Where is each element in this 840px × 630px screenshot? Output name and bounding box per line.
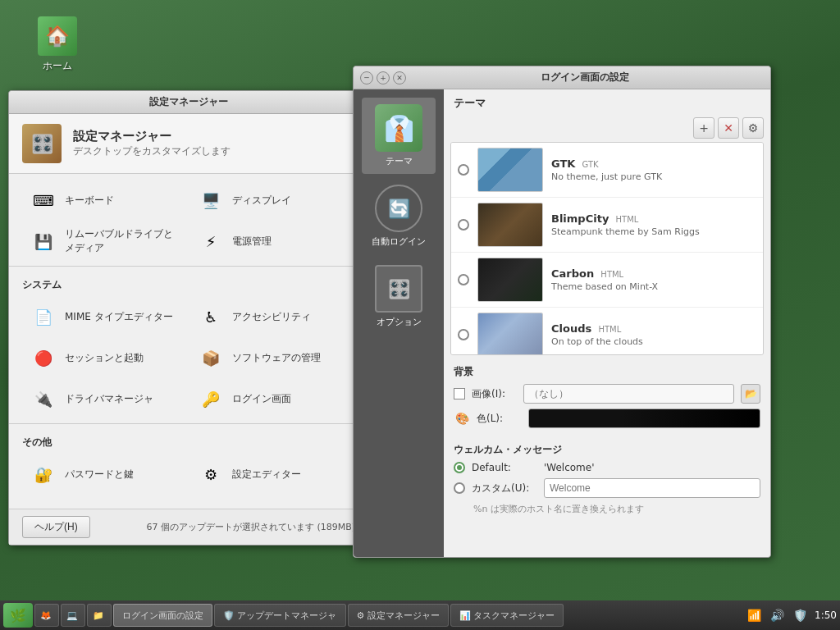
security-icon[interactable]: 🛡️ (792, 607, 808, 623)
taskbar-task-manager[interactable]: 📊 タスクマネージャー (450, 604, 564, 627)
theme-item-carbon[interactable]: Carbon HTML Theme based on Mint-X (451, 253, 763, 308)
theme-name-blimp: BlimpCity HTML (551, 212, 756, 225)
theme-desc-gtk: No theme, just pure GTK (551, 171, 756, 182)
settings-footer: ヘルプ(H) 67 個のアップデートが選択されています (189MB) (9, 509, 368, 545)
sidebar-item-options[interactable]: 🎛️ オプション (362, 258, 436, 335)
welcome-custom-input[interactable] (544, 478, 760, 498)
settings-item-driver[interactable]: 🔌 ドライバマネージャ (22, 379, 188, 418)
login-settings-window: ─ + ✕ ログイン画面の設定 テーマ 🔄 自動ログイン 🎛️ オプション テー (353, 66, 771, 558)
welcome-hint: %n は実際のホスト名に置き換えられます (454, 503, 760, 515)
settings-item-mime[interactable]: 📄 MIME タイプエディター (22, 297, 188, 336)
welcome-default-radio[interactable] (454, 462, 465, 473)
options-nav-icon: 🎛️ (375, 265, 422, 313)
login-main-content: テーマ + ✕ ⚙ GTK GTK (444, 89, 770, 557)
settings-item-keyboard[interactable]: ⌨️ キーボード (22, 180, 188, 220)
theme-item-gtk[interactable]: GTK GTK No theme, just pure GTK (451, 143, 763, 198)
section-label-system: システム (22, 278, 355, 292)
settings-item-editor[interactable]: ⚙️ 設定エディター (189, 454, 355, 494)
theme-name-carbon: Carbon HTML (551, 267, 756, 280)
network-icon[interactable]: 📶 (746, 607, 762, 623)
minimize-button[interactable]: ─ (360, 71, 373, 84)
color-swatch[interactable] (528, 409, 760, 428)
settings-item-software[interactable]: 📦 ソフトウェアの管理 (189, 338, 355, 377)
background-section-title: 背景 (454, 365, 760, 379)
theme-nav-icon (375, 104, 422, 152)
divider-2 (9, 423, 368, 424)
welcome-section-title: ウェルカム・メッセージ (454, 443, 760, 457)
image-input[interactable] (523, 384, 734, 404)
sidebar-item-autologin[interactable]: 🔄 自動ログイン (362, 178, 436, 254)
welcome-section: ウェルカム・メッセージ Default: 'Welcome' カスタム(U): … (444, 436, 770, 518)
login-settings-title: ログイン画面の設定 (406, 71, 764, 84)
start-button[interactable]: 🌿 (3, 603, 33, 628)
thumb-blimp-visual (478, 203, 542, 246)
taskbar-update-manager-label: 🛡️ アップデートマネージャ (223, 609, 337, 622)
theme-thumbnail-carbon (477, 258, 543, 302)
settings-item-session[interactable]: 🔴 セッションと起動 (22, 338, 188, 377)
welcome-default-row: Default: 'Welcome' (454, 462, 760, 473)
theme-name-gtk: GTK GTK (551, 158, 756, 170)
theme-settings-button[interactable]: ⚙ (742, 117, 764, 139)
settings-section-other: その他 🔐 パスワードと鍵 ⚙️ 設定エディター (9, 426, 368, 497)
login-icon: 🔑 (196, 384, 226, 413)
settings-item-display[interactable]: 🖥️ ディスプレイ (189, 180, 355, 220)
add-theme-button[interactable]: + (693, 117, 714, 139)
thumb-carbon-visual (478, 258, 542, 301)
tb-icon-files[interactable]: 📁 (87, 604, 112, 627)
theme-info-carbon: Carbon HTML Theme based on Mint-X (551, 267, 756, 292)
welcome-custom-radio[interactable] (454, 482, 465, 494)
color-icon: 🎨 (454, 410, 470, 427)
theme-item-clouds[interactable]: Clouds HTML On top of the clouds (451, 308, 763, 355)
sidebar-nav-options-label: オプション (377, 316, 422, 328)
maximize-button[interactable]: + (377, 71, 390, 84)
taskbar-update-manager[interactable]: 🛡️ アップデートマネージャ (214, 604, 346, 627)
settings-item-accessibility[interactable]: ♿ アクセシビリティ (189, 297, 355, 336)
remove-theme-button[interactable]: ✕ (718, 117, 739, 139)
settings-section-system: システム 📄 MIME タイプエディター ♿ アクセシビリティ 🔴 セッションと… (9, 268, 368, 422)
theme-item-blimp[interactable]: BlimpCity HTML Steampunk theme by Sam Ri… (451, 198, 763, 253)
close-button[interactable]: ✕ (393, 71, 406, 84)
welcome-default-value: 'Welcome' (544, 462, 595, 473)
settings-grid-peripherals: ⌨️ キーボード 🖥️ ディスプレイ 💾 リムーバブルドライブとメディア ⚡ 電… (22, 180, 355, 261)
keyboard-icon: ⌨️ (29, 185, 58, 215)
theme-thumbnail-clouds (477, 313, 543, 355)
theme-name-clouds: Clouds HTML (551, 322, 756, 335)
home-icon (38, 16, 77, 56)
settings-item-driver-label: ドライバマネージャ (65, 392, 153, 406)
theme-radio-clouds[interactable] (458, 329, 469, 340)
settings-item-power[interactable]: ⚡ 電源管理 (189, 221, 355, 261)
mime-icon: 📄 (29, 302, 58, 331)
theme-list[interactable]: GTK GTK No theme, just pure GTK BlimpCi (450, 142, 764, 355)
tb-icon-firefox[interactable]: 🦊 (34, 604, 59, 627)
taskbar-login-settings[interactable]: ログイン画面の設定 (113, 604, 212, 627)
settings-manager-titlebar: 設定マネージャー (9, 91, 368, 114)
taskbar-settings-manager[interactable]: ⚙️ 設定マネージャー (348, 604, 449, 627)
volume-icon[interactable]: 🔊 (769, 607, 785, 623)
power-icon: ⚡ (196, 226, 226, 256)
desktop-icon-home[interactable]: ホーム (25, 16, 90, 73)
tb-icon-terminal[interactable]: 💻 (61, 604, 85, 627)
settings-manager-window: 設定マネージャー 🎛️ 設定マネージャー デスクトップをカスタマイズします ⌨️… (8, 90, 369, 546)
sidebar-nav-theme-label: テーマ (386, 155, 413, 167)
settings-item-passwords[interactable]: 🔐 パスワードと鍵 (22, 454, 188, 494)
settings-item-editor-label: 設定エディター (232, 468, 301, 482)
thumb-clouds-visual (478, 313, 542, 355)
image-browse-button[interactable]: 📂 (741, 384, 760, 404)
bg-color-row: 🎨 色(L): (454, 409, 760, 428)
settings-item-login[interactable]: 🔑 ログイン画面 (189, 379, 355, 418)
taskbar-settings-manager-label: ⚙️ 設定マネージャー (357, 609, 440, 622)
sidebar-item-theme[interactable]: テーマ (362, 98, 436, 174)
settings-item-accessibility-label: アクセシビリティ (232, 310, 311, 324)
theme-radio-gtk[interactable] (458, 164, 469, 176)
settings-item-removable[interactable]: 💾 リムーバブルドライブとメディア (22, 221, 188, 261)
theme-toolbar: + ✕ ⚙ (444, 114, 770, 142)
image-checkbox[interactable] (454, 388, 465, 399)
theme-radio-carbon[interactable] (458, 274, 469, 285)
taskbar-system-tray: 📶 🔊 🛡️ 1:50 (746, 607, 837, 623)
theme-desc-blimp: Steampunk theme by Sam Riggs (551, 226, 756, 237)
settings-manager-icon: 🎛️ (22, 124, 62, 163)
session-icon: 🔴 (29, 343, 58, 372)
help-button[interactable]: ヘルプ(H) (22, 516, 90, 538)
settings-grid-other: 🔐 パスワードと鍵 ⚙️ 設定エディター (22, 454, 355, 494)
theme-radio-blimp[interactable] (458, 219, 469, 231)
